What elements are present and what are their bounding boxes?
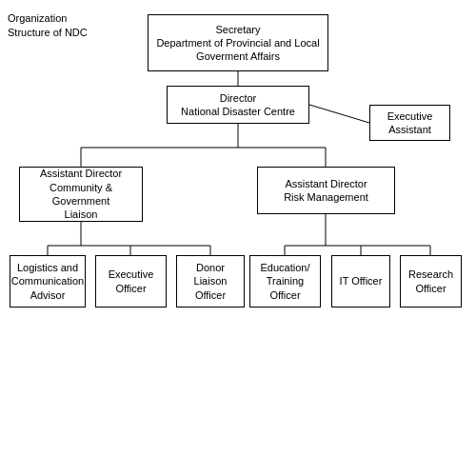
asst-dir-risk-label: Assistant Director Risk Management	[284, 177, 368, 205]
chart-title: OrganizationStructure of NDC	[8, 11, 88, 41]
research-label: Research Officer	[408, 268, 453, 295]
node-education: Education/ Training Officer	[249, 255, 321, 307]
node-asst-dir-community: Assistant Director Community & Governmen…	[19, 167, 143, 222]
node-exec-officer: Executive Officer	[95, 255, 167, 307]
it-officer-label: IT Officer	[340, 274, 383, 288]
node-it-officer: IT Officer	[331, 255, 390, 307]
executive-assistant-label: Executive Assistant	[387, 109, 433, 137]
node-asst-dir-risk: Assistant Director Risk Management	[257, 167, 395, 214]
node-logistics: Logistics and Communication Advisor	[10, 255, 86, 307]
connector-lines	[0, 0, 476, 476]
node-research: Research Officer	[400, 255, 462, 307]
node-director: Director National Disaster Centre	[167, 86, 309, 124]
node-executive-assistant: Executive Assistant	[369, 105, 450, 141]
education-label: Education/ Training Officer	[261, 261, 310, 302]
asst-dir-community-label: Assistant Director Community & Governmen…	[24, 167, 138, 221]
node-secretary: Secretary Department of Provincial and L…	[148, 14, 328, 71]
director-label: Director National Disaster Centre	[181, 91, 295, 119]
svg-line-1	[309, 105, 369, 123]
exec-officer-label: Executive Officer	[109, 268, 154, 295]
node-donor-liaison: Donor Liaison Officer	[176, 255, 245, 307]
donor-liaison-label: Donor Liaison Officer	[194, 261, 228, 302]
logistics-label: Logistics and Communication Advisor	[11, 261, 84, 302]
org-chart: OrganizationStructure of NDC	[0, 0, 476, 476]
secretary-label: Secretary Department of Provincial and L…	[156, 23, 319, 64]
